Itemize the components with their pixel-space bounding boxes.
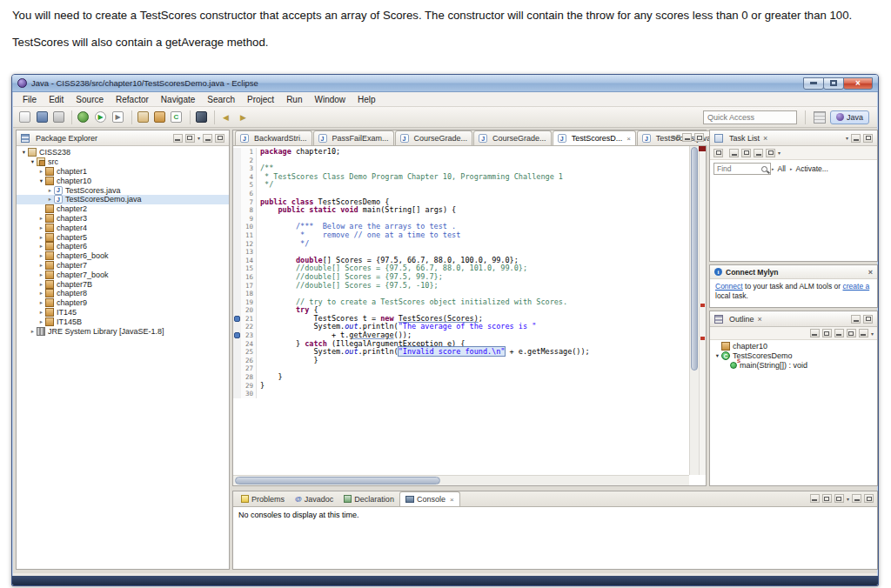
outline-menu-icon[interactable]: ▾ (871, 331, 874, 337)
close-tab-icon[interactable]: × (450, 496, 454, 504)
run-button[interactable]: ▶ (93, 110, 109, 124)
new-package-button[interactable] (152, 110, 167, 124)
task-list-header[interactable]: Task List × ▾ (710, 130, 877, 146)
open-perspective-icon[interactable] (814, 111, 826, 124)
new-java-project-button[interactable] (136, 110, 151, 124)
code-line[interactable]: 12 */ (233, 240, 689, 249)
explorer-item-testscores-java[interactable]: ▸JTestScores.java (17, 185, 229, 195)
editor-tab-testscoresd-[interactable]: JTestScoresD...× (553, 130, 636, 145)
link-with-editor-icon[interactable] (185, 134, 195, 143)
collapsed-arrow-icon[interactable]: ▸ (37, 281, 45, 288)
collapse-all-icon[interactable] (173, 134, 183, 143)
console-tab-javadoc[interactable]: @Javadoc (290, 491, 338, 506)
code-line[interactable]: 2 (233, 157, 689, 165)
error-marker[interactable] (700, 304, 705, 307)
collapsed-arrow-icon[interactable]: ▸ (37, 243, 45, 250)
scheduled-icon[interactable] (741, 149, 751, 157)
hide-non-public-icon[interactable] (847, 329, 856, 337)
maximize-view-icon[interactable] (863, 134, 873, 143)
close-mylyn-icon[interactable]: × (868, 268, 873, 277)
minimize-view-icon[interactable] (851, 134, 861, 143)
explorer-item-chapter7b[interactable]: ▸chapter7B (17, 279, 229, 289)
code-line[interactable]: 30 (233, 390, 689, 398)
package-explorer-header[interactable]: Package Explorer ▾ (17, 130, 229, 146)
editor-tab-backwardstri-[interactable]: JBackwardStri... (235, 130, 312, 145)
quick-fix-marker-icon[interactable] (234, 332, 240, 338)
explorer-item-jre-system-library-javase-1-8-[interactable]: ▸JRE System Library [JavaSE-1.8] (17, 326, 229, 336)
new-wizard-button[interactable] (17, 110, 33, 124)
expanded-arrow-icon[interactable]: ▾ (29, 158, 37, 165)
quick-fix-marker-icon[interactable] (234, 316, 240, 322)
collapsed-arrow-icon[interactable]: ▸ (37, 168, 45, 175)
collapsed-arrow-icon[interactable]: ▸ (37, 215, 45, 222)
sort-icon[interactable] (810, 329, 820, 337)
outline-header[interactable]: Outline × (710, 311, 877, 327)
hide-local-types-icon[interactable] (859, 329, 868, 337)
collapsed-arrow-icon[interactable]: ▸ (37, 224, 45, 231)
maximize-view-icon[interactable] (863, 315, 873, 324)
code-line[interactable]: 26 } (233, 357, 689, 365)
hide-fields-icon[interactable] (822, 329, 832, 337)
java-perspective-button[interactable]: Java (830, 110, 869, 124)
collapsed-arrow-icon[interactable]: ▸ (37, 271, 45, 278)
close-button[interactable]: × (843, 77, 873, 90)
editor-vertical-scrollbar[interactable] (689, 146, 699, 475)
run-last-button[interactable]: ▶ (111, 110, 126, 124)
explorer-item-chapter4[interactable]: ▸chapter4 (17, 223, 229, 232)
explorer-item-src[interactable]: ▾src (17, 157, 229, 167)
open-console-icon[interactable] (834, 494, 844, 503)
menu-project[interactable]: Project (241, 94, 280, 105)
editor-tab-coursegrade-[interactable]: JCourseGrade... (395, 130, 473, 145)
console-tab-declaration[interactable]: Declaration (338, 491, 399, 506)
explorer-item-it145b[interactable]: ▸IT145B (17, 317, 229, 326)
menu-help[interactable]: Help (352, 94, 382, 105)
view-menu-icon[interactable]: ▾ (846, 135, 848, 141)
menu-edit[interactable]: Edit (43, 94, 70, 105)
code-line[interactable]: 28 } (233, 373, 689, 382)
collapsed-arrow-icon[interactable]: ▸ (46, 196, 54, 203)
save-button[interactable] (35, 110, 50, 124)
menu-file[interactable]: File (17, 94, 43, 105)
new-task-icon[interactable] (713, 149, 723, 157)
collapsed-arrow-icon[interactable]: ▸ (37, 262, 45, 269)
minimize-view-icon[interactable] (851, 315, 861, 324)
maximize-view-icon[interactable] (215, 134, 224, 143)
activate-label[interactable]: Activate... (795, 164, 827, 173)
editor-tab-coursegrade-[interactable]: JCourseGrade... (473, 130, 552, 145)
close-view-icon[interactable]: × (763, 134, 767, 143)
explorer-item-chapter2[interactable]: chapter2 (17, 204, 229, 214)
window-titlebar[interactable]: Java - CISS238/src/chapter10/TestScoresD… (12, 75, 878, 92)
editor-tab-passfailexam-[interactable]: JPassFailExam... (313, 130, 394, 145)
console-tab-problems[interactable]: Problems (236, 491, 290, 506)
overview-ruler[interactable] (699, 146, 706, 475)
code-line[interactable]: 27 (233, 364, 689, 373)
explorer-item-chapter7-book[interactable]: ▸chapter7_book (17, 270, 229, 279)
focus-on-workweek-icon[interactable] (754, 149, 763, 157)
code-line[interactable]: 17 //double[] Scores = {97.5, -10}; (233, 282, 689, 291)
menu-source[interactable]: Source (70, 94, 110, 105)
collapsed-arrow-icon[interactable]: ▸ (37, 318, 45, 325)
code-line[interactable]: 8 public static void main(String[] args)… (233, 206, 689, 215)
collapsed-arrow-icon[interactable]: ▸ (37, 309, 45, 316)
expanded-arrow-icon[interactable]: ▾ (37, 177, 45, 184)
outline-item-main-string-void[interactable]: Smain(String[]) : void (710, 361, 877, 371)
code-line[interactable]: 1package chapter10; (233, 148, 689, 157)
hide-static-icon[interactable] (834, 329, 844, 337)
collapsed-arrow-icon[interactable]: ▸ (37, 290, 45, 297)
explorer-item-chapter1[interactable]: ▸chapter1 (17, 167, 229, 177)
explorer-item-chapter10[interactable]: ▾chapter10 (17, 176, 229, 185)
collapsed-arrow-icon[interactable]: ▸ (37, 299, 45, 306)
explorer-item-chapter6-book[interactable]: ▸chapter6_book (17, 251, 229, 261)
close-tab-icon[interactable]: × (626, 135, 631, 143)
repositories-icon[interactable] (766, 149, 775, 157)
console-dropdown-icon[interactable]: ▾ (847, 496, 849, 502)
error-marker[interactable] (700, 337, 705, 340)
editor-horizontal-scrollbar[interactable] (233, 475, 689, 485)
explorer-item-chapter5[interactable]: ▸chapter5 (17, 232, 229, 242)
pin-console-icon[interactable] (822, 494, 832, 503)
outline-item-testscoresdemo[interactable]: ▾CTestScoresDemo (710, 351, 877, 361)
minimize-editor-icon[interactable] (682, 133, 692, 142)
minimize-view-icon[interactable] (852, 494, 861, 503)
quick-access-input[interactable] (703, 110, 797, 124)
task-list-menu-icon[interactable]: ▾ (778, 150, 780, 156)
